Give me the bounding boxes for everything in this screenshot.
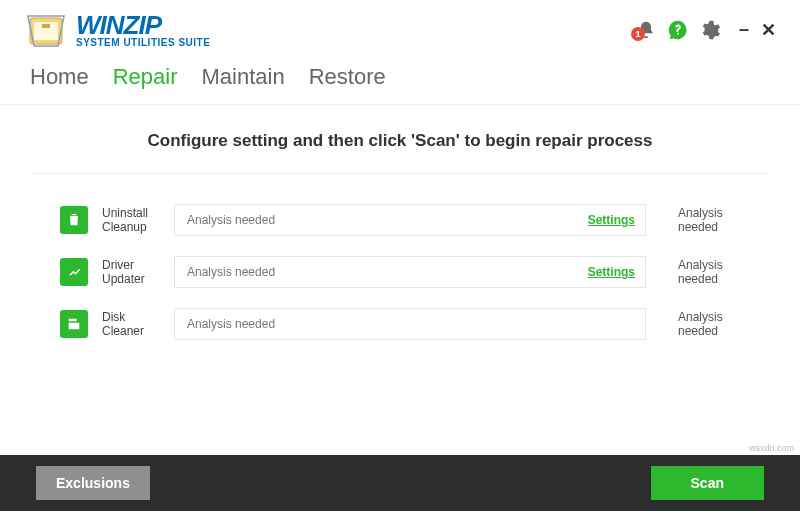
row-status: Analysis needed — [660, 206, 760, 234]
brand-name: WINZIP — [76, 12, 210, 38]
minimize-button[interactable]: – — [739, 19, 749, 41]
row-disk-cleaner: Disk Cleaner Analysis needed Analysis ne… — [60, 308, 760, 340]
row-bar: Analysis needed — [174, 308, 646, 340]
footer: Exclusions Scan — [0, 455, 800, 511]
instruction-text: Configure setting and then click 'Scan' … — [0, 105, 800, 173]
row-label: Driver Updater — [102, 258, 160, 287]
row-bar: Analysis needed Settings — [174, 204, 646, 236]
logo: WINZIP SYSTEM UTILITIES SUITE — [24, 8, 210, 52]
row-status: Analysis needed — [660, 310, 760, 338]
row-settings-link[interactable]: Settings — [588, 213, 635, 227]
disk-cleaner-icon — [60, 310, 88, 338]
row-bar-text: Analysis needed — [187, 265, 275, 279]
notifications-icon[interactable]: 1 — [635, 19, 657, 41]
tab-restore[interactable]: Restore — [309, 64, 386, 90]
tab-home[interactable]: Home — [30, 64, 89, 90]
row-settings-link[interactable]: Settings — [588, 265, 635, 279]
exclusions-button[interactable]: Exclusions — [36, 466, 150, 500]
watermark: wsxdn.com — [749, 443, 794, 453]
driver-updater-icon — [60, 258, 88, 286]
uninstall-cleanup-icon — [60, 206, 88, 234]
header-icons: 1 – ✕ — [635, 19, 776, 41]
row-bar-text: Analysis needed — [187, 213, 275, 227]
notifications-badge: 1 — [631, 27, 645, 41]
row-label: Disk Cleaner — [102, 310, 160, 339]
tab-repair[interactable]: Repair — [113, 64, 178, 90]
close-button[interactable]: ✕ — [761, 19, 776, 41]
row-bar-text: Analysis needed — [187, 317, 275, 331]
row-status: Analysis needed — [660, 258, 760, 286]
settings-icon[interactable] — [699, 19, 721, 41]
brand-subtitle: SYSTEM UTILITIES SUITE — [76, 38, 210, 48]
scan-button[interactable]: Scan — [651, 466, 764, 500]
svg-rect-2 — [42, 24, 50, 28]
main-tabs: Home Repair Maintain Restore — [0, 56, 800, 105]
support-icon[interactable] — [667, 19, 689, 41]
header: WINZIP SYSTEM UTILITIES SUITE 1 – ✕ — [0, 0, 800, 56]
repair-rows: Uninstall Cleanup Analysis needed Settin… — [0, 174, 800, 340]
tab-maintain[interactable]: Maintain — [202, 64, 285, 90]
row-label: Uninstall Cleanup — [102, 206, 160, 235]
row-bar: Analysis needed Settings — [174, 256, 646, 288]
row-driver-updater: Driver Updater Analysis needed Settings … — [60, 256, 760, 288]
winzip-logo-icon — [24, 8, 68, 52]
row-uninstall-cleanup: Uninstall Cleanup Analysis needed Settin… — [60, 204, 760, 236]
